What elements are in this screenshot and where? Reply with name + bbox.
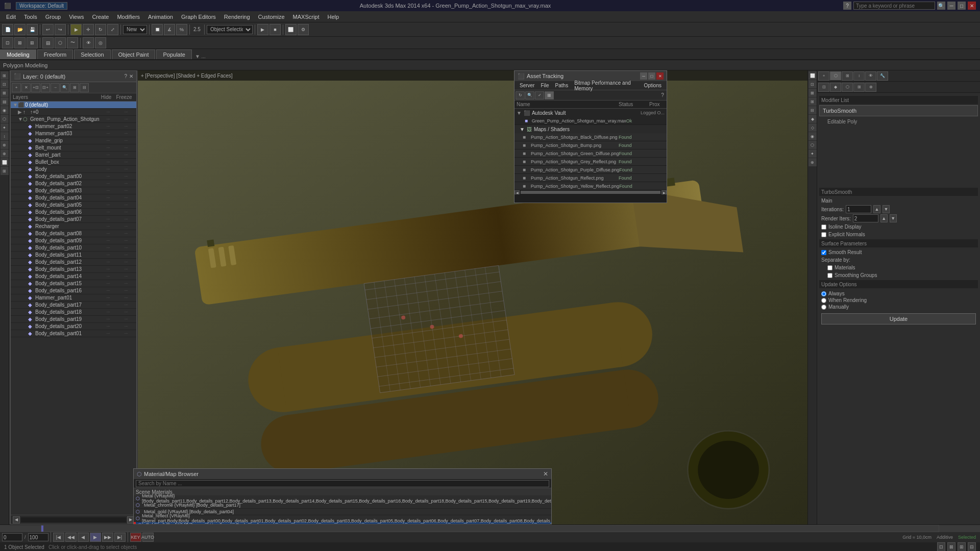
layer-collapse-all[interactable]: ⊟ <box>80 83 89 92</box>
layer-panel-close[interactable]: ✕ <box>129 73 133 79</box>
mb-item[interactable]: ⬡ Metal {VRayMtl} [Body_details_part11,B… <box>134 495 551 502</box>
iterations-input[interactable] <box>846 205 871 213</box>
far-right-icon-1[interactable]: ⬜ <box>808 71 817 80</box>
sidebar-icon-5[interactable]: ◉ <box>1 106 9 114</box>
menu-group[interactable]: Group <box>41 13 65 21</box>
at-file-row[interactable]: ■ Pump_Action_Shotgun_Yellow_Reflect.png… <box>514 182 667 190</box>
at-menu-bitmap-perf[interactable]: Bitmap Performance and Memory <box>571 80 641 92</box>
menu-create[interactable]: Create <box>88 13 113 21</box>
menu-tools[interactable]: Tools <box>20 13 41 21</box>
layer-item[interactable]: ▼ ⬡ Green_Pump_Action_Shotgun ··· ··· <box>11 116 136 123</box>
sidebar-icon-10[interactable]: ⊕ <box>1 149 9 158</box>
at-menu-server[interactable]: Server <box>517 82 537 89</box>
layer-item[interactable]: ◆ Body_details_part11 ··· ··· <box>11 252 136 259</box>
sidebar-icon-9[interactable]: ⊗ <box>1 141 9 149</box>
at-hscroll-thumb[interactable] <box>521 191 660 194</box>
open-btn[interactable]: 📂 <box>14 24 26 35</box>
at-view[interactable]: ▦ <box>545 91 554 99</box>
explicit-normals-check[interactable] <box>821 232 826 237</box>
layer-move-to[interactable]: → <box>51 83 60 92</box>
tab-more[interactable]: ▼ ... <box>195 54 206 59</box>
layer-item[interactable]: ◆ Body_details_part03 ··· ··· <box>11 187 136 194</box>
at-menu-options[interactable]: Options <box>641 82 665 89</box>
at-file-row[interactable]: ■ Pump_Action_Shotgun_Green_Diffuse.png … <box>514 149 667 158</box>
sidebar-icon-4[interactable]: ▤ <box>1 97 9 106</box>
layer-panel-help[interactable]: ? <box>124 73 127 79</box>
sidebar-icon-11[interactable]: ⬜ <box>1 158 9 166</box>
at-scroll-right[interactable]: ▶ <box>662 190 667 194</box>
auto-key-btn[interactable]: AUTO <box>142 533 154 542</box>
far-right-icon-2[interactable]: ⊡ <box>808 80 817 88</box>
isolate[interactable]: ◎ <box>95 37 106 48</box>
timeline-track[interactable] <box>41 525 939 532</box>
at-resolve[interactable]: ✓ <box>535 91 544 99</box>
render-iters-input[interactable] <box>853 214 878 222</box>
scroll-left[interactable]: ◀ <box>13 516 20 523</box>
sidebar-icon-3[interactable]: ⊠ <box>1 89 9 97</box>
at-refresh[interactable]: ↻ <box>516 91 525 99</box>
rs-icon-5[interactable]: ⊕ <box>865 83 876 92</box>
rs-tab-create[interactable]: + <box>818 71 829 81</box>
stop-btn[interactable]: ■ <box>270 24 281 35</box>
rs-tab-modify[interactable]: ⬡ <box>830 71 841 81</box>
manually-radio[interactable] <box>821 305 826 310</box>
search-help-btn[interactable]: ? <box>843 2 851 10</box>
at-help[interactable]: ? <box>659 91 666 99</box>
layer-item[interactable]: ◆ Body_details_part08 ··· ··· <box>11 230 136 237</box>
at-scrollbar[interactable]: ◀ ▶ <box>514 190 667 194</box>
curve-editor[interactable]: 〜 <box>67 37 78 48</box>
at-file-row[interactable]: ■ Pump_Action_Shotgun_Purple_Diffuse.png… <box>514 166 667 174</box>
close-btn[interactable]: ✕ <box>968 2 976 10</box>
layer-find[interactable]: 🔍 <box>60 83 69 92</box>
layer-item[interactable]: ◆ Barrel_part ··· ··· <box>11 152 136 159</box>
tab-freeform[interactable]: Freeform <box>37 49 74 59</box>
select-btn[interactable]: ▶ <box>70 24 82 35</box>
layer-add-sel[interactable]: +⊡ <box>31 83 40 92</box>
sidebar-icon-6[interactable]: ⬡ <box>1 115 9 123</box>
move-btn[interactable]: ✛ <box>83 24 94 35</box>
at-menu-file[interactable]: File <box>537 82 552 89</box>
align-btn[interactable]: ⊡ <box>2 37 13 48</box>
layer-panel-header[interactable]: ⬛ Layer: 0 (default) ? ✕ <box>11 71 136 82</box>
mirror-btn[interactable]: ⊠ <box>14 37 26 48</box>
menu-rendering[interactable]: Rendering <box>220 13 254 21</box>
at-subgroup-maps[interactable]: ▼ 🖼 Maps / Shaders <box>514 125 667 133</box>
update-btn[interactable]: Update <box>821 313 976 324</box>
status-btn-1[interactable]: ⊡ <box>937 542 945 551</box>
rs-icon-3[interactable]: ⬡ <box>842 83 853 92</box>
play-reverse-btn[interactable]: ◀ <box>78 533 89 542</box>
editable-poly-item[interactable]: Editable Poly <box>819 117 978 126</box>
far-right-icon-8[interactable]: ◉ <box>808 132 817 140</box>
prev-frame-btn[interactable]: |◀ <box>53 533 64 542</box>
layer-item[interactable]: ◆ Body_details_part04 ··· ··· <box>11 194 136 202</box>
status-btn-3[interactable]: ⊞ <box>958 542 966 551</box>
snap-select[interactable]: New <box>123 25 147 34</box>
layer-item[interactable]: ◆ Recharger ··· ··· <box>11 223 136 230</box>
smoothing-groups-check[interactable] <box>827 273 832 278</box>
menu-views[interactable]: Views <box>65 13 88 21</box>
next-key-btn[interactable]: ▶▶ <box>102 533 113 542</box>
scale-btn[interactable]: ⤢ <box>107 24 118 35</box>
layer-item[interactable]: ◆ Hammer_part02 ··· ··· <box>11 123 136 130</box>
menu-graph-editors[interactable]: Graph Editors <box>177 13 220 21</box>
at-file-row[interactable]: ■ Pump_Action_Shotgun_Black_Diffuse.png … <box>514 133 667 141</box>
far-right-icon-5[interactable]: ⊟ <box>808 106 817 114</box>
frame-end-input[interactable] <box>28 533 48 541</box>
layer-item[interactable]: ◆ Body_details_part16 ··· ··· <box>11 287 136 294</box>
layer-item[interactable]: ◆ Hammer_part01 ··· ··· <box>11 294 136 302</box>
far-right-icon-4[interactable]: ⊞ <box>808 97 817 106</box>
current-frame-input[interactable] <box>2 533 22 541</box>
when-rendering-radio[interactable] <box>821 298 826 303</box>
filter-select[interactable]: Object Selection <box>207 25 253 34</box>
at-main-file[interactable]: ■ Green_Pump_Action_Shotgun_max_vray.max… <box>514 117 667 125</box>
far-right-icon-7[interactable]: ◇ <box>808 123 817 132</box>
render-btn[interactable]: ⬜ <box>285 24 297 35</box>
sidebar-icon-12[interactable]: ⊞ <box>1 167 9 175</box>
menu-edit[interactable]: Edit <box>2 13 20 21</box>
iterations-down[interactable]: ▼ <box>883 205 890 213</box>
layer-item[interactable]: ◆ Handle_grip ··· ··· <box>11 137 136 144</box>
rs-icon-4[interactable]: ⊞ <box>853 83 865 92</box>
array-btn[interactable]: ⊞ <box>27 37 38 48</box>
far-right-icon-11[interactable]: ⊕ <box>808 158 817 166</box>
menu-modifiers[interactable]: Modifiers <box>113 13 144 21</box>
